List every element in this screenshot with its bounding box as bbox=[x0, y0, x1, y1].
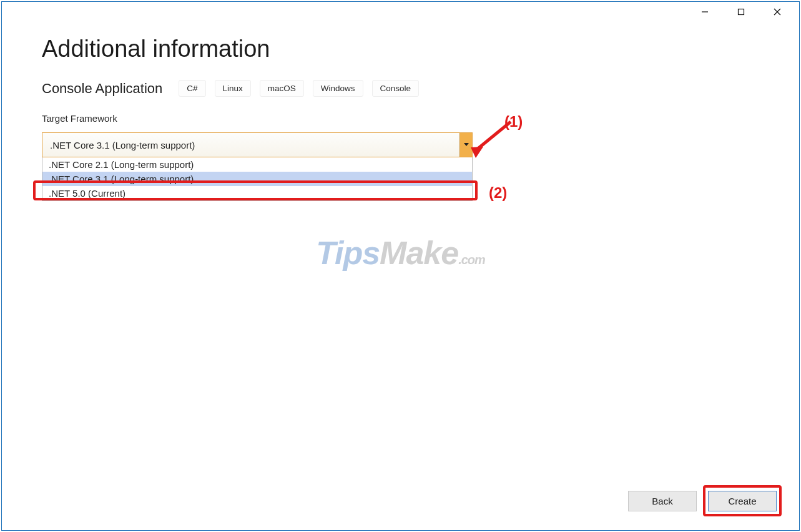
project-type-row: Console Application C# Linux macOS Windo… bbox=[42, 80, 759, 97]
wm-com: .com bbox=[458, 253, 485, 267]
close-button[interactable] bbox=[763, 2, 792, 22]
close-icon bbox=[774, 8, 781, 16]
tag-windows: Windows bbox=[313, 80, 363, 97]
dropdown-arrow-button[interactable] bbox=[459, 133, 472, 157]
select-box[interactable]: .NET Core 3.1 (Long-term support) bbox=[42, 132, 473, 157]
option-netcore21[interactable]: .NET Core 2.1 (Long-term support) bbox=[42, 157, 472, 172]
watermark: TipsMake.com bbox=[316, 234, 485, 272]
option-net50[interactable]: .NET 5.0 (Current) bbox=[42, 186, 472, 200]
tag-csharp: C# bbox=[179, 80, 205, 97]
wm-ips: ips bbox=[335, 235, 380, 271]
svg-rect-1 bbox=[739, 9, 744, 15]
framework-dropdown: .NET Core 2.1 (Long-term support) .NET C… bbox=[42, 157, 473, 201]
option-netcore31[interactable]: .NET Core 3.1 (Long-term support) bbox=[42, 172, 472, 186]
minimize-button[interactable] bbox=[690, 2, 719, 22]
maximize-button[interactable] bbox=[727, 2, 755, 22]
create-button[interactable]: Create bbox=[708, 491, 777, 511]
minimize-icon bbox=[701, 8, 709, 16]
tag-console: Console bbox=[372, 80, 420, 97]
maximize-icon bbox=[737, 8, 745, 16]
content-area: Additional information Console Applicati… bbox=[42, 36, 759, 157]
tag-macos: macOS bbox=[260, 80, 304, 97]
window-frame: Additional information Console Applicati… bbox=[1, 1, 800, 531]
annotation-label-2: (2) bbox=[489, 184, 507, 202]
wm-ake: ake bbox=[406, 235, 458, 271]
titlebar bbox=[690, 2, 799, 22]
target-framework-label: Target Framework bbox=[42, 113, 759, 124]
wm-m: M bbox=[380, 235, 406, 271]
footer-buttons: Back Create bbox=[628, 491, 777, 511]
select-value: .NET Core 3.1 (Long-term support) bbox=[42, 140, 459, 150]
tag-linux: Linux bbox=[215, 80, 251, 97]
back-button[interactable]: Back bbox=[628, 491, 697, 511]
wm-t: T bbox=[316, 235, 335, 271]
project-type-name: Console Application bbox=[42, 81, 162, 97]
chevron-down-icon bbox=[464, 143, 469, 147]
page-title: Additional information bbox=[42, 36, 759, 62]
target-framework-select: .NET Core 3.1 (Long-term support) .NET C… bbox=[42, 132, 473, 157]
